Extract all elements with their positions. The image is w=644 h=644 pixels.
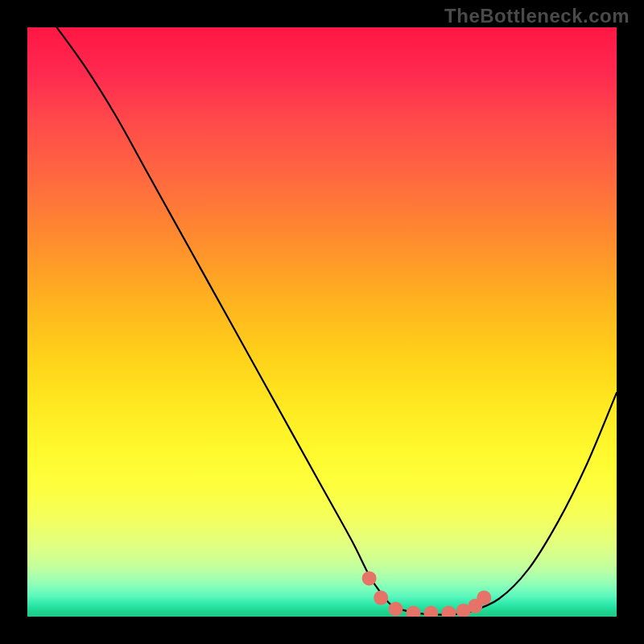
- highlight-dot: [362, 571, 377, 585]
- highlight-dot: [407, 606, 421, 617]
- watermark-text: TheBottleneck.com: [444, 5, 630, 27]
- highlight-dot: [423, 606, 438, 617]
- curve-layer: [27, 27, 617, 617]
- highlight-dots: [362, 571, 492, 617]
- bottleneck-curve: [57, 27, 617, 614]
- highlight-dot: [441, 606, 456, 617]
- plot-area: [27, 27, 617, 617]
- chart-frame: TheBottleneck.com: [0, 0, 644, 644]
- highlight-dot: [374, 591, 388, 605]
- highlight-dot: [477, 591, 491, 605]
- highlight-dot: [389, 602, 403, 617]
